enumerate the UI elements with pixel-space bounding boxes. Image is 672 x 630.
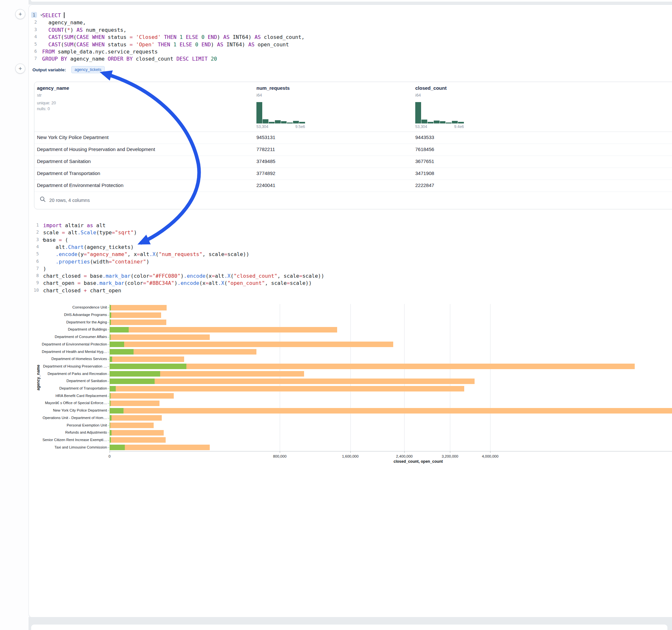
code-text: CAST(SUM(CASE WHEN status = 'Open' THEN … xyxy=(42,41,289,48)
y-tick-mark xyxy=(107,359,109,359)
table-cell: 3677651 xyxy=(415,159,434,164)
code-line[interactable]: 3 COUNT(*) AS num_requests, xyxy=(29,26,652,34)
y-tick-mark xyxy=(107,337,109,337)
column-dtype: i64 xyxy=(257,93,262,98)
x-axis-label: 4,000,000 xyxy=(471,454,510,458)
code-text: ) xyxy=(43,265,46,272)
output-variable-chip[interactable]: agency_tickets xyxy=(71,66,105,73)
code-line[interactable]: 4 alt.Chart(agency_tickets) xyxy=(29,243,652,251)
search-icon[interactable] xyxy=(40,196,46,202)
y-axis-label: Personal Exemption Unit xyxy=(31,423,107,427)
code-text: chart_open = base.mark_bar(color="#8BC34… xyxy=(43,280,312,287)
y-axis-label: Department of Environmental Protection xyxy=(31,342,107,346)
code-line[interactable]: 2scale = alt.Scale(type="sqrt") xyxy=(29,229,652,236)
code-line[interactable]: 5 CAST(SUM(CASE WHEN status = 'Open' THE… xyxy=(29,41,652,48)
x-axis-label: 2,400,000 xyxy=(385,454,424,458)
y-tick-mark xyxy=(107,381,109,382)
line-number: 3 xyxy=(29,27,37,32)
histogram-bar xyxy=(415,102,421,123)
bar-open xyxy=(110,357,112,362)
y-tick-mark xyxy=(107,426,109,426)
code-line[interactable]: 4 CAST(SUM(CASE WHEN status = 'Closed' T… xyxy=(29,33,652,41)
table-cell: 9453131 xyxy=(257,135,275,140)
column-header[interactable]: num_requests xyxy=(257,85,290,91)
y-tick-mark xyxy=(107,411,109,411)
line-number: 8 xyxy=(29,273,39,278)
histogram-max: 9.5e6 xyxy=(295,124,305,129)
column-header[interactable]: agency_name xyxy=(37,85,69,91)
grid-line xyxy=(404,304,405,451)
bar-closed xyxy=(110,422,154,428)
bar-closed xyxy=(110,415,162,421)
histogram-bar xyxy=(458,122,464,123)
code-line[interactable]: 3base = ( xyxy=(29,236,652,244)
add-cell-button-middle[interactable]: + xyxy=(15,64,25,74)
line-number: 4 xyxy=(29,244,39,249)
y-axis-label: Taxi and Limousine Commission xyxy=(31,445,107,449)
grid-line xyxy=(450,304,450,451)
code-line[interactable]: 5 .encode(y="agency_name", x=alt.X("num_… xyxy=(29,250,652,258)
y-axis-label: Department of Health and Mental Hyg… xyxy=(31,350,107,354)
grid-line xyxy=(490,304,490,451)
code-line[interactable]: 6 .properties(width="container") xyxy=(29,258,652,265)
code-text: GROUP BY agency_name ORDER BY closed_cou… xyxy=(42,55,217,63)
table-cell: 7782211 xyxy=(257,146,275,152)
code-line[interactable]: 8chart_closed = base.mark_bar(color="#FF… xyxy=(29,272,652,280)
code-text: CAST(SUM(CASE WHEN status = 'Closed' THE… xyxy=(42,33,304,41)
line-number: 3 xyxy=(29,237,39,242)
histogram-bar xyxy=(293,121,299,123)
bar-closed xyxy=(110,401,160,406)
histogram-bar xyxy=(269,122,274,123)
code-line[interactable]: 7GROUP BY agency_name ORDER BY closed_co… xyxy=(29,55,652,63)
y-axis-domain-line xyxy=(110,304,110,451)
bar-open xyxy=(110,312,111,318)
code-line[interactable]: 7) xyxy=(29,265,652,272)
histogram-bar xyxy=(263,119,268,123)
code-text: import altair as alt xyxy=(43,222,106,229)
add-cell-button-top[interactable]: + xyxy=(15,9,25,19)
bar-closed xyxy=(110,319,166,325)
code-line[interactable]: 2 agency_name, xyxy=(29,19,652,26)
code-text: COUNT(*) AS num_requests, xyxy=(42,26,126,34)
y-tick-mark xyxy=(107,389,109,389)
histogram-bar xyxy=(281,121,287,123)
bar-closed xyxy=(110,393,174,398)
dataframe-table: 20 rows, 4 columns agency_namestrunique:… xyxy=(34,82,672,209)
histogram-bar xyxy=(446,122,452,123)
row-divider xyxy=(34,179,672,180)
bar-closed xyxy=(110,379,475,384)
code-line[interactable]: 10chart_closed + chart_open xyxy=(29,287,652,294)
line-number: 6 xyxy=(29,49,37,54)
y-axis-label: Department of Consumer Affairs xyxy=(31,335,107,339)
python-editor[interactable]: 1import altair as alt2scale = alt.Scale(… xyxy=(29,222,652,295)
y-tick-mark xyxy=(107,330,109,330)
column-meta: nulls: 0 xyxy=(37,106,50,111)
bar-closed xyxy=(110,342,393,347)
bar-open xyxy=(110,319,111,325)
code-line[interactable]: 6FROM sample_data.nyc.service_requests xyxy=(29,48,652,55)
code-line[interactable]: 1SELECT xyxy=(29,12,652,19)
table-cell: 3749485 xyxy=(257,159,275,164)
histogram-bar xyxy=(428,122,433,123)
table-cell: Department of Housing Preservation and D… xyxy=(37,146,155,152)
y-axis-label: Department of Sanitation xyxy=(31,379,107,383)
y-axis-label: HRA Benefit Card Replacement xyxy=(31,394,107,398)
y-tick-mark xyxy=(107,433,109,433)
bar-open xyxy=(110,371,160,377)
column-header[interactable]: closed_count xyxy=(415,85,447,91)
line-number: 4 xyxy=(29,34,37,39)
bar-open xyxy=(110,393,111,398)
table-cell: 9443533 xyxy=(415,135,434,140)
y-axis-label: Department of Housing Preservation … xyxy=(31,364,107,368)
bar-open xyxy=(110,430,112,436)
bar-closed xyxy=(110,408,672,413)
bar-open xyxy=(110,327,129,333)
row-divider xyxy=(34,168,672,168)
sql-editor[interactable]: 1SELECT 2 agency_name,3 COUNT(*) AS num_… xyxy=(29,12,652,64)
code-line[interactable]: 1import altair as alt xyxy=(29,222,652,229)
table-cell: 2222847 xyxy=(415,183,434,188)
histogram-min: 53,304 xyxy=(257,124,268,129)
code-line[interactable]: 9chart_open = base.mark_bar(color="#8BC3… xyxy=(29,280,652,287)
line-number: 1 xyxy=(29,222,39,227)
table-cell: 7618456 xyxy=(415,146,434,152)
